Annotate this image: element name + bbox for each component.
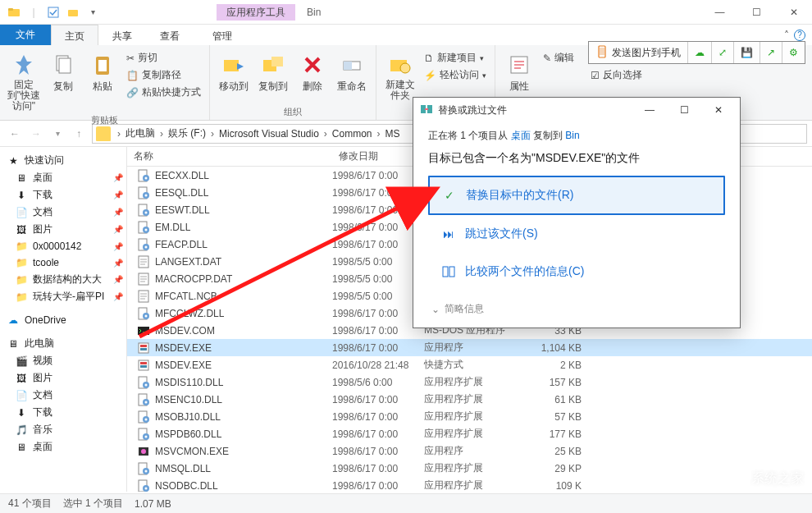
copy-button[interactable]: 复制 xyxy=(44,48,82,112)
tab-view[interactable]: 查看 xyxy=(146,25,194,45)
ribbon-collapse-icon[interactable]: ˄ xyxy=(784,30,789,41)
dialog-source-link[interactable]: 桌面 xyxy=(511,130,531,141)
settings-ext-button[interactable]: ⚙ xyxy=(782,42,805,63)
scissors-icon: ✂ xyxy=(126,53,135,64)
file-name: MSDIS110.DLL xyxy=(155,377,223,388)
sidebar-item[interactable]: ⬇下载 xyxy=(0,404,126,421)
dialog-option-compare[interactable]: 比较两个文件的信息(C) xyxy=(428,253,725,291)
breadcrumb-seg[interactable]: MS xyxy=(384,128,402,140)
chevron-right-icon[interactable]: › xyxy=(208,128,217,140)
copy-path-button[interactable]: 📋复制路径 xyxy=(123,67,204,83)
cut-button[interactable]: ✂剪切 xyxy=(123,50,204,66)
table-row[interactable]: MSDEV.EXE1998/6/17 0:00应用程序1,104 KB xyxy=(127,339,812,356)
dialog-minimize-button[interactable]: — xyxy=(635,99,664,121)
sidebar-item[interactable]: 🖼图片📌 xyxy=(0,221,126,238)
share-ext-button[interactable]: ↗ xyxy=(760,42,782,63)
maximize-button[interactable]: ☐ xyxy=(738,0,775,25)
tab-manage[interactable]: 管理 xyxy=(198,25,246,45)
pin-quick-access-button[interactable]: 固定到"快速访问" xyxy=(5,48,43,112)
chevron-right-icon[interactable]: › xyxy=(114,128,124,140)
table-row[interactable]: NMSQL.DLL1998/6/17 0:00应用程序扩展29 KP xyxy=(127,460,812,477)
file-icon xyxy=(137,290,150,303)
sidebar-quick-access[interactable]: ★快速访问 xyxy=(0,152,126,169)
ribbon-group-organize: 移动到 复制到 删除 重命名 组织 xyxy=(210,45,376,120)
back-button[interactable]: ← xyxy=(5,124,25,144)
sidebar-item-label: 桌面 xyxy=(33,440,52,454)
dialog-maximize-button[interactable]: ☐ xyxy=(669,99,699,121)
dialog-progress-line: 正在将 1 个项目从 桌面 复制到 Bin xyxy=(428,129,725,143)
chevron-right-icon[interactable]: › xyxy=(157,128,167,140)
dialog-close-button[interactable]: ✕ xyxy=(704,99,733,121)
expand-button[interactable]: ⤢ xyxy=(712,42,734,63)
new-folder-button[interactable]: 新建文件夹 xyxy=(381,48,419,104)
invert-selection-button[interactable]: ☑反向选择 xyxy=(587,67,645,83)
table-row[interactable]: MSVCMON.EXE1998/6/17 0:00应用程序25 KB xyxy=(127,442,812,460)
svg-point-26 xyxy=(145,211,148,213)
up-button[interactable]: ↑ xyxy=(69,124,89,144)
edit-button[interactable]: ✎编辑 xyxy=(540,50,577,66)
move-to-button[interactable]: 移动到 xyxy=(215,48,253,104)
svg-rect-17 xyxy=(600,48,604,55)
svg-point-23 xyxy=(145,194,148,196)
sidebar-item[interactable]: 📄文档📌 xyxy=(0,204,126,221)
sidebar-this-pc[interactable]: 🖥此电脑 xyxy=(0,335,126,352)
sidebar-item-label: 0x0000142 xyxy=(33,240,81,252)
breadcrumb-seg[interactable]: 娱乐 (F:) xyxy=(167,126,208,140)
sidebar-item[interactable]: 🎵音乐 xyxy=(0,421,126,438)
dialog-option-skip[interactable]: ⏭ 跳过该文件(S) xyxy=(428,215,725,253)
history-dropdown[interactable]: ▾ xyxy=(48,124,67,144)
column-date[interactable]: 修改日期 xyxy=(332,149,424,163)
tab-share[interactable]: 共享 xyxy=(98,25,146,45)
table-row[interactable]: MSENC10.DLL1998/6/17 0:00应用程序扩展61 KB xyxy=(127,391,812,408)
tab-home[interactable]: 主页 xyxy=(51,25,98,45)
folder-small-icon[interactable] xyxy=(64,3,82,21)
table-row[interactable]: NSODBC.DLL1998/6/17 0:00应用程序扩展109 K xyxy=(127,477,812,492)
sidebar-item[interactable]: 🖥桌面📌 xyxy=(0,169,126,186)
close-button[interactable]: ✕ xyxy=(775,0,812,25)
dialog-more-details[interactable]: ⌄ 简略信息 xyxy=(428,302,725,316)
file-date: 1998/6/17 0:00 xyxy=(332,187,424,199)
tab-file[interactable]: 文件 xyxy=(0,25,51,45)
new-item-button[interactable]: 🗋新建项目 ▾ xyxy=(421,50,490,66)
help-icon[interactable]: ? xyxy=(794,30,805,41)
cloud-button[interactable]: ☁ xyxy=(688,42,712,63)
column-name[interactable]: 名称 xyxy=(127,149,332,163)
sidebar-item[interactable]: ⬇下载📌 xyxy=(0,186,126,204)
minimize-button[interactable]: — xyxy=(701,0,738,25)
delete-button[interactable]: 删除 xyxy=(294,48,331,104)
save-ext-button[interactable]: 💾 xyxy=(734,42,760,63)
dialog-option-replace[interactable]: ✓ 替换目标中的文件(R) xyxy=(428,176,725,215)
sidebar-item[interactable]: 📁玩转大学-扁平PI📌 xyxy=(0,288,126,305)
forward-button[interactable]: → xyxy=(26,124,46,144)
rename-button[interactable]: 重命名 xyxy=(333,48,371,104)
chevron-right-icon[interactable]: › xyxy=(374,128,384,140)
paste-shortcut-button[interactable]: 🔗粘贴快捷方式 xyxy=(123,85,204,100)
sidebar-item[interactable]: 🖼图片 xyxy=(0,369,126,387)
breadcrumb-seg[interactable]: 此电脑 xyxy=(124,126,157,140)
sidebar-item[interactable]: 🖥桌面 xyxy=(0,438,126,456)
sidebar-item[interactable]: 📄文档 xyxy=(0,387,126,404)
send-to-phone-button[interactable]: 发送图片到手机 xyxy=(589,42,688,63)
paste-button[interactable]: 粘贴 xyxy=(84,48,121,112)
dialog-body: 正在将 1 个项目从 桌面 复制到 Bin 目标已包含一个名为"MSDEV.EX… xyxy=(413,122,740,327)
qat-dropdown-icon[interactable]: ▾ xyxy=(84,3,102,21)
sidebar-item[interactable]: 📁数据结构的大大📌 xyxy=(0,271,126,288)
table-row[interactable]: MSDIS110.DLL1998/5/6 0:00应用程序扩展157 KB xyxy=(127,373,812,391)
chevron-right-icon[interactable]: › xyxy=(321,128,331,140)
sidebar-item[interactable]: 📁tcoole📌 xyxy=(0,254,126,271)
file-icon xyxy=(137,462,150,475)
table-row[interactable]: MSPDB60.DLL1998/6/17 0:00应用程序扩展177 KB xyxy=(127,425,812,442)
expand-icon: ⤢ xyxy=(718,47,727,58)
checkbox-icon[interactable] xyxy=(44,3,62,21)
breadcrumb-seg[interactable]: Common xyxy=(331,128,374,140)
sidebar-item[interactable]: 🎬视频 xyxy=(0,352,126,369)
table-row[interactable]: MSOBJ10.DLL1998/6/17 0:00应用程序扩展57 KB xyxy=(127,408,812,425)
easy-access-button[interactable]: ⚡轻松访问 ▾ xyxy=(421,67,490,83)
file-date: 1998/6/17 0:00 xyxy=(332,394,424,405)
copy-to-button[interactable]: 复制到 xyxy=(254,48,292,104)
breadcrumb-seg[interactable]: Microsoft Visual Studio xyxy=(217,128,321,140)
sidebar-onedrive[interactable]: ☁OneDrive xyxy=(0,312,126,328)
sidebar-item[interactable]: 📁0x0000142📌 xyxy=(0,238,126,254)
dialog-dest-link[interactable]: Bin xyxy=(565,130,579,141)
table-row[interactable]: MSDEV.EXE2016/10/28 21:48快捷方式2 KB xyxy=(127,356,812,373)
